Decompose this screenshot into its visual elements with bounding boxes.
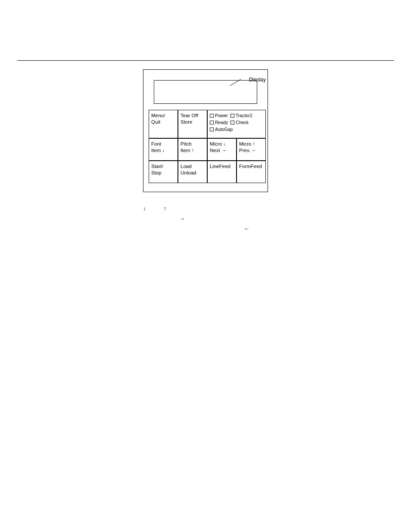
font-item-line2: Item ↓	[151, 147, 175, 154]
menu-quit-line1: Menu/	[151, 112, 175, 119]
micro-next-line2: Next →	[210, 147, 234, 154]
legend-line3: ←	[143, 224, 268, 233]
tear-off-store-line1: Tear Off	[181, 112, 205, 119]
tractor2-indicator: Tractor2	[230, 112, 252, 119]
font-item-button[interactable]: Font Item ↓	[149, 138, 178, 161]
left-arrow-symbol: ←	[244, 224, 249, 233]
tear-off-store-line2: Store	[181, 119, 205, 125]
legend-line2: →	[143, 214, 268, 224]
linefeed-line1: LineFeed	[210, 163, 234, 170]
display-label: Display	[249, 77, 266, 83]
down-arrow-symbol: ↓	[143, 203, 146, 213]
micro-next-button[interactable]: Micro ↓ Next →	[207, 138, 237, 161]
micro-prev-line1: Micro ↑	[239, 141, 263, 147]
micro-prev-button[interactable]: Micro ↑ Prev. ←	[237, 138, 266, 161]
load-unload-line1: Load	[181, 163, 205, 170]
indicators-row1: Power Tractor2	[210, 112, 263, 119]
right-arrow-symbol: →	[179, 214, 185, 224]
indicators-panel: Power Tractor2 Ready	[207, 110, 266, 138]
display-area: Display	[149, 80, 262, 104]
indicators-row3: AutoGap	[210, 126, 263, 133]
start-stop-line1: Start/	[151, 163, 175, 170]
tractor2-label: Tractor2	[236, 112, 252, 119]
linefeed-button[interactable]: LineFeed	[207, 161, 237, 183]
button-grid: Menu/ Quit Tear Off Store Power	[149, 110, 262, 183]
section-divider	[17, 60, 394, 61]
printer-diagram: Display Menu/ Quit Tear Off Store	[143, 69, 268, 192]
check-label: Check	[236, 119, 249, 126]
menu-quit-line2: Quit	[151, 119, 175, 125]
pitch-item-line1: Pitch	[181, 141, 205, 147]
ready-indicator: Ready	[210, 119, 228, 126]
legend-line1-text1	[148, 204, 162, 214]
legend-line1: ↓ ↑	[143, 203, 268, 214]
autogap-led	[210, 128, 214, 131]
ready-led	[210, 121, 214, 124]
page-container: Display Menu/ Quit Tear Off Store	[0, 0, 411, 532]
load-unload-button[interactable]: Load Unload	[178, 161, 207, 183]
up-arrow-symbol: ↑	[164, 203, 167, 213]
tractor2-led	[230, 114, 234, 118]
micro-prev-line2: Prev. ←	[239, 147, 263, 154]
ready-label: Ready	[215, 119, 228, 126]
autogap-indicator: AutoGap	[210, 126, 233, 133]
tear-off-store-button[interactable]: Tear Off Store	[178, 110, 207, 138]
micro-next-line1: Micro ↓	[210, 141, 234, 147]
formfeed-line1: FormFeed	[239, 163, 263, 170]
pitch-item-button[interactable]: Pitch Item ↑	[178, 138, 207, 161]
pitch-item-line2: Item ↑	[181, 147, 205, 154]
check-led	[230, 121, 234, 124]
check-indicator: Check	[230, 119, 249, 126]
menu-quit-button[interactable]: Menu/ Quit	[149, 110, 178, 138]
load-unload-line2: Unload	[181, 170, 205, 176]
display-screen	[154, 80, 257, 104]
power-label: Power	[215, 112, 228, 119]
legend-area: ↓ ↑ → ←	[143, 203, 268, 233]
autogap-label: AutoGap	[215, 126, 233, 133]
start-stop-button[interactable]: Start/ Stop	[149, 161, 178, 183]
main-content: Display Menu/ Quit Tear Off Store	[0, 69, 411, 234]
formfeed-button[interactable]: FormFeed	[237, 161, 266, 183]
indicators-row2: Ready Check	[210, 119, 263, 126]
font-item-line1: Font	[151, 141, 175, 147]
power-indicator: Power	[210, 112, 228, 119]
power-led	[210, 114, 214, 118]
start-stop-line2: Stop	[151, 170, 175, 176]
